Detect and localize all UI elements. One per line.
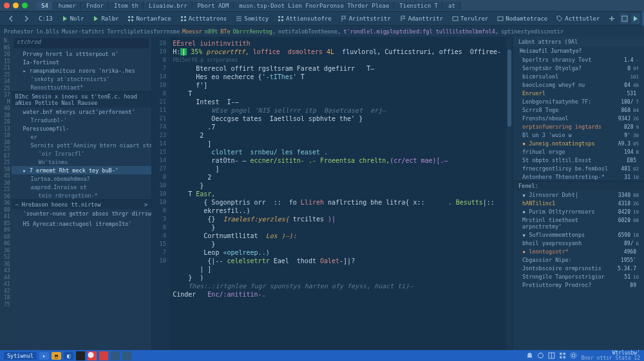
file-tab[interactable]: Tiensticn T xyxy=(395,2,443,10)
menu-item[interactable]: Nodamtetrace xyxy=(493,14,551,23)
sidebar-item[interactable]: Peressuompfil- xyxy=(12,124,152,133)
menu-item[interactable]: Somitcy xyxy=(232,14,272,23)
menu-item[interactable] xyxy=(605,14,619,23)
breadcrumb-part[interactable]: Prohestor xyxy=(4,28,33,35)
panel-row[interactable]: Cbgassior Nipe:1955' xyxy=(513,255,644,264)
grid-icon[interactable] xyxy=(559,352,566,359)
panel-row[interactable]: bperltrs shransy Tevt1.4- xyxy=(513,55,644,64)
sidebar-item[interactable]: er xyxy=(12,133,152,141)
file-tab[interactable]: musn.tsp-Doot Lien FnorParonse Thrder Pl… xyxy=(234,2,394,10)
gear-icon[interactable] xyxy=(570,352,577,359)
panel-row[interactable]: ▪ leontugsotr*4960 xyxy=(513,247,644,255)
status-chip[interactable]: Sytiwnul xyxy=(4,352,37,360)
sidebar-item[interactable]: water.bnf mterys uract'perfornent' xyxy=(12,107,152,116)
sidebar-item[interactable]: 'sounter-nune gettor abses thrgr dirrswe… xyxy=(12,209,152,218)
file-tab[interactable]: at xyxy=(444,2,460,10)
maximize-icon[interactable] xyxy=(22,3,28,8)
sidebar-item[interactable]: Renosttsuthiaet* xyxy=(12,83,152,91)
panel-row[interactable]: ▪ Purim Otltyrrormsers842019 xyxy=(513,207,644,216)
breadcrumb-part[interactable]: t'rondlel.migploptdibed:fgl tulllilsthol… xyxy=(343,28,498,35)
code-area[interactable]: EEsrel iuintinvitithH:| 35% procertftf, … xyxy=(170,37,506,350)
breadcrumb-part[interactable]: Torrclipletiesforrnsme xyxy=(107,28,180,35)
panel-row[interactable]: bicmrsulonl101 xyxy=(513,72,644,80)
menu-item[interactable]: Actttatrons xyxy=(176,14,231,23)
panel-row[interactable]: hANTilinc1431826 xyxy=(513,199,644,207)
menu-item[interactable]: Arinttstritr xyxy=(337,14,395,23)
sidebar-search[interactable]: stchrod xyxy=(14,38,149,48)
breadcrumb-part[interactable]: n89t xyxy=(205,28,218,35)
layout-button[interactable] xyxy=(620,14,629,24)
panel-row[interactable]: Antonhere Thtenstretinp-*3110 xyxy=(513,172,644,181)
sidebar-section-header[interactable]: BIhc Smssin x inoes su t'tenE.c. hoad aN… xyxy=(12,91,152,107)
sidebar-item[interactable]: ▸ 7 ermemt Rht meck tey buB-' xyxy=(12,166,152,174)
panel-row[interactable]: St obpto stltil.EnsstEB5 xyxy=(513,156,644,164)
sidebar-item[interactable]: aaprod.Inraise st xyxy=(12,183,152,191)
panel-row[interactable]: ▪ Jirnsorer Doht|334088 xyxy=(513,190,644,199)
panel-row[interactable]: frihuel orsge1948 xyxy=(513,147,644,156)
sidebar-item[interactable]: HS Ayrecat:naectugeol itrempoIto' xyxy=(12,219,152,228)
panel-row[interactable]: Frenshs/nbeaol934J26 xyxy=(513,114,644,122)
file-tab[interactable]: Fndor xyxy=(82,2,109,10)
panel-row[interactable]: Pretiuttormy Prodroc?89 xyxy=(513,281,644,289)
status-icon[interactable] xyxy=(76,351,85,360)
sync-icon[interactable] xyxy=(537,352,544,359)
breadcrumb-part[interactable]: sptinestyodiscnotir xyxy=(501,28,564,35)
status-icon[interactable]: ⬤ xyxy=(88,351,97,360)
file-tab[interactable]: S4 xyxy=(37,2,53,10)
sidebar-item[interactable]: tein rdrergetion-* xyxy=(12,191,152,199)
breadcrumb-part[interactable]: Muser-tafihri xyxy=(62,28,105,35)
panel-row[interactable]: Scrrs8 Tnge86804 xyxy=(513,106,644,114)
panel-row[interactable]: Strnngile Tanporsstrigior5110 xyxy=(513,272,644,281)
editor[interactable]: 2819871410821112174231415142783010100384… xyxy=(152,37,513,350)
panel-row[interactable]: bheil yaeprossyanh89/6 xyxy=(513,239,644,247)
file-tab[interactable]: humer xyxy=(54,2,81,10)
sidebar-item[interactable]: Trradunbl-' xyxy=(12,116,152,124)
sidebar-item[interactable]: Iurtea.obemahdmoa? xyxy=(12,174,152,183)
sidebar-item[interactable]: Ia-fortinot xyxy=(12,58,152,66)
bell-icon[interactable] xyxy=(526,352,533,359)
menu-item[interactable]: Ralbr xyxy=(89,14,122,23)
status-chip[interactable]: ▸ xyxy=(39,352,49,360)
status-icon[interactable] xyxy=(122,351,131,360)
close-icon[interactable] xyxy=(4,3,10,8)
panel-row[interactable]: Bl un 3 'wuie w9'30 xyxy=(513,131,644,139)
file-tab[interactable]: Pbort ADM xyxy=(193,2,234,10)
panel-row[interactable]: Sernptsbr Otyolga?09f xyxy=(513,64,644,72)
menu-item[interactable] xyxy=(19,14,33,23)
sidebar-section-header[interactable]: – Hrebason hoens tt.nirtow> xyxy=(12,199,152,209)
menu-item[interactable]: Actttutler xyxy=(553,14,603,23)
file-tab[interactable]: Itom th xyxy=(109,2,144,10)
panel-row[interactable]: ▪ Sufluvemmemttonps659018 xyxy=(513,230,644,239)
status-icon[interactable] xyxy=(99,351,108,360)
status-chip[interactable]: ⬒ xyxy=(52,352,61,360)
play-button[interactable] xyxy=(631,14,639,24)
breadcrumb-part[interactable]: ln.blls xyxy=(36,28,59,35)
minimize-icon[interactable] xyxy=(13,3,19,8)
status-icon[interactable] xyxy=(111,351,120,360)
split-icon[interactable] xyxy=(548,352,555,359)
panel-row[interactable]: ▪ Juneig.notoatingtspsA9.305 xyxy=(513,139,644,147)
sidebar-item[interactable]: 'oir Ireracfl' xyxy=(12,149,152,158)
menu-item[interactable]: Terulrer xyxy=(448,14,492,23)
menu-item[interactable]: Adanttritr xyxy=(396,14,447,23)
panel-row[interactable]: Jontsbsceire ormprsnstis5.34.7 xyxy=(513,264,644,272)
breadcrumb-part[interactable]: ObrrrAenvtog, xyxy=(233,28,276,35)
status-chip[interactable]: ◧ xyxy=(64,352,73,360)
sidebar-item[interactable]: Prrvmy hrort lx sttterpout n' xyxy=(12,50,152,58)
panel-row[interactable]: Enruerl531 xyxy=(513,89,644,97)
file-tab[interactable]: Liuaiow.brr xyxy=(144,2,193,10)
panel-row[interactable]: baocLocsmg wheyf nu0440 xyxy=(513,80,644,89)
panel-row[interactable]: Lenbgornifaatynhe 7F:180/7 xyxy=(513,97,644,106)
breadcrumb-part[interactable]: notifalobTontheone, xyxy=(278,28,341,35)
menu-item[interactable]: C:13 xyxy=(35,14,57,23)
panel-row[interactable]: orptsnfumrsring ingtards0289 xyxy=(513,122,644,131)
sidebar-item[interactable]: Sernits pott'Aeniiny btern oiaart stehrd… xyxy=(12,141,152,149)
breadcrumb-part[interactable]: BTe xyxy=(220,28,230,35)
sidebar-item[interactable]: Wn'tainms xyxy=(12,158,152,166)
breadcrumb-part[interactable]: Moessr xyxy=(182,28,202,35)
sidebar-item[interactable]: 'snkoty at'stoctrnisrts' xyxy=(12,75,152,83)
sidebar-item[interactable]: ▸ ramapnabnitcus nsore 'nrika-.hes xyxy=(12,66,152,75)
menu-item[interactable]: Nortanface xyxy=(124,14,175,23)
menu-item[interactable] xyxy=(4,14,18,23)
menu-item[interactable]: Attiensutofre xyxy=(274,14,335,23)
